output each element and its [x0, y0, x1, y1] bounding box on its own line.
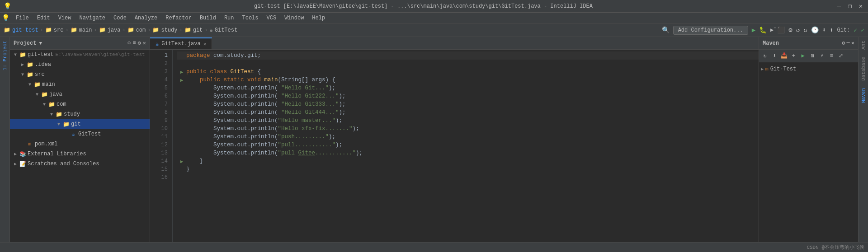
maven-title: Maven [763, 40, 779, 47]
tree-item-git[interactable]: ▼ 📁 git [10, 119, 150, 129]
settings-icon[interactable]: ⚙ [788, 26, 792, 34]
collapse-all-icon[interactable]: ≡ [132, 40, 136, 47]
breadcrumb-gittest[interactable]: GitTest [215, 27, 237, 33]
code-line-14: ▶ } [177, 157, 759, 165]
breadcrumb-git-test[interactable]: git-test [12, 27, 38, 33]
title-bar-left: 💡 [4, 2, 11, 10]
maven-download-sources-icon[interactable]: 📥 [780, 52, 788, 60]
menu-item-analyze[interactable]: Analyze [131, 14, 161, 22]
tree-label-ext-libs: External Libraries [28, 151, 86, 157]
maven-label-git-test: Git-Test [770, 66, 797, 72]
menu-item-build[interactable]: Build [196, 14, 220, 22]
database-vert-tab[interactable]: Database [859, 53, 868, 84]
maven-item-git-test[interactable]: ▶ m Git-Test [759, 64, 858, 74]
locate-icon[interactable]: ⊕ [127, 40, 131, 47]
stop-icon[interactable]: ⬛ [777, 26, 785, 34]
maven-vert-tab[interactable]: Maven [859, 84, 868, 107]
menu-item-edit[interactable]: Edit [33, 14, 54, 22]
tree-item-study[interactable]: ▼ 📁 study [10, 109, 150, 119]
line-num-12: 12 [150, 141, 172, 149]
menu-item-navigate[interactable]: Navigate [75, 14, 109, 22]
update-icon[interactable]: ⬇ [822, 26, 826, 34]
folder-icon-src: 📁 [26, 71, 33, 78]
scratches-icon: 📝 [19, 160, 26, 168]
tree-item-git-test-root[interactable]: ▼ 📁 git-test E:\JavaEE\Maven\gitee\git-t… [10, 50, 150, 60]
menu-item-refactor[interactable]: Refactor [162, 14, 195, 22]
nav-bar: 📁 git-test › 📁 src › 📁 main › 📁 java › 📁… [0, 23, 868, 37]
line-num-4: 4 [150, 76, 172, 84]
arrow-git: ▼ [55, 121, 62, 128]
menu-item-code[interactable]: Code [110, 14, 130, 22]
tree-item-java[interactable]: ▼ 📁 java [10, 89, 150, 99]
restore-button[interactable]: ❐ [846, 3, 854, 10]
breadcrumb-main[interactable]: main [79, 27, 92, 33]
code-editor[interactable]: package com.study.git; ▶ public class Gi… [173, 50, 759, 242]
breadcrumb-icon-src: 📁 [45, 27, 52, 33]
menu-item-file[interactable]: File [12, 14, 33, 22]
tree-item-main[interactable]: ▼ 📁 main [10, 79, 150, 89]
minimize-button[interactable]: ─ [835, 3, 843, 10]
folder-icon-git: 📁 [62, 121, 70, 128]
breadcrumb-java[interactable]: java [108, 27, 121, 33]
menu-item-tools[interactable]: Tools [239, 14, 262, 22]
caret-icon[interactable]: ▼ [39, 41, 42, 46]
tab-close-gittest[interactable]: ✕ [203, 41, 207, 47]
breadcrumb-com[interactable]: com [136, 27, 146, 33]
maven-run-icon[interactable]: ▶ [799, 52, 807, 60]
add-configuration-button[interactable]: Add Configuration... [673, 26, 748, 35]
tree-label-java: java [49, 91, 62, 98]
maven-download-icon[interactable]: ⬇ [770, 52, 778, 60]
arrow-com: ▼ [41, 101, 48, 108]
tree-item-com[interactable]: ▼ 📁 com [10, 99, 150, 109]
undo-icon[interactable]: ↺ [796, 26, 800, 34]
tab-gittest-java[interactable]: ☕ GitTest.java ✕ [150, 37, 212, 49]
menu-item-window[interactable]: Window [281, 14, 307, 22]
ant-vert-tab[interactable]: Ant [859, 37, 868, 53]
tree-item-ext-libs[interactable]: ▶ 📚 External Libraries [10, 149, 150, 159]
arrow-git-test: ▼ [12, 51, 19, 58]
menu-item-vcs[interactable]: VCS [263, 14, 280, 22]
search-everywhere-icon[interactable]: 🔍 [662, 26, 670, 34]
maven-expand-icon[interactable]: ⤢ [837, 52, 845, 60]
code-line-8: System.out.println( "Hello Git444..."); [177, 108, 759, 117]
line-num-1: 1 [150, 51, 172, 60]
history-icon[interactable]: 🕐 [811, 26, 819, 34]
maven-add-icon[interactable]: + [789, 52, 797, 60]
maven-close-icon[interactable]: ✕ [851, 40, 854, 47]
breadcrumb-git[interactable]: git [193, 27, 203, 33]
tree-item-src[interactable]: ▼ 📁 src [10, 70, 150, 79]
project-vert-tab[interactable]: 1: Project [0, 37, 9, 74]
tree-sublabel-git-test: E:\JavaEE\Maven\gitee\git-test [56, 52, 145, 57]
tree-item-idea[interactable]: ▶ 📁 .idea [10, 60, 150, 70]
project-settings-icon[interactable]: ⚙ [138, 40, 141, 47]
maven-skip-icon[interactable]: ⚡ [818, 52, 826, 60]
project-close-icon[interactable]: ✕ [143, 40, 146, 47]
run-icon[interactable]: ▶ [752, 26, 755, 34]
arrow-idea: ▶ [19, 61, 26, 68]
menu-item-help[interactable]: Help [308, 14, 329, 22]
run-with-coverage-icon[interactable]: ▶̈ [770, 27, 774, 33]
tree-item-pom[interactable]: m pom.xml [10, 139, 150, 149]
git-check1-icon[interactable]: ✓ [854, 27, 857, 34]
line-num-13: 13 [150, 149, 172, 157]
menu-item-run[interactable]: Run [221, 14, 238, 22]
left-vert-tab: 1: Project [0, 37, 10, 242]
tree-item-scratches[interactable]: ▶ 📝 Scratches and Consoles [10, 159, 150, 169]
maven-minimize-icon[interactable]: ─ [847, 40, 850, 47]
tree-label-study: study [64, 111, 80, 117]
menu-item-view[interactable]: View [55, 14, 75, 22]
breadcrumb-src[interactable]: src [54, 27, 64, 33]
maven-settings-icon[interactable]: ⚙ [842, 40, 845, 47]
redo-icon[interactable]: ↻ [803, 26, 807, 34]
close-button[interactable]: ✕ [857, 3, 864, 10]
line-num-7: 7 [150, 100, 172, 108]
commit-icon[interactable]: ⬆ [830, 26, 833, 34]
debug-icon[interactable]: 🐛 [759, 26, 767, 34]
maven-refresh-icon[interactable]: ↻ [761, 52, 769, 60]
maven-debug-icon[interactable]: m [808, 52, 816, 60]
title-bar: 💡 git-test [E:\JavaEE\Maven\gitee\git-te… [0, 0, 868, 13]
tree-item-gittest[interactable]: ☕ GitTest [10, 129, 150, 139]
maven-cols-icon[interactable]: ≡ [827, 52, 835, 60]
git-check2-icon[interactable]: ✓ [861, 27, 864, 34]
breadcrumb-study[interactable]: study [161, 27, 177, 33]
